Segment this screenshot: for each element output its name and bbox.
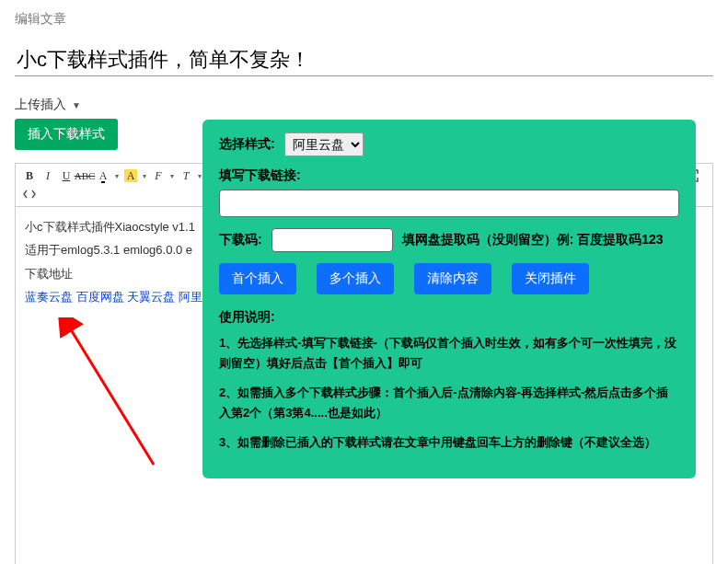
download-style-dialog: 选择样式: 阿里云盘 填写下载链接: 下载码: 填网盘提取码（没则留空）例: 百… xyxy=(202,120,696,478)
code-label: 下载码: xyxy=(219,232,262,248)
upload-label[interactable]: 上传插入 xyxy=(15,97,66,113)
font-family-icon[interactable]: F xyxy=(150,167,167,184)
instruction-line: 1、先选择样式-填写下载链接-（下载码仅首个插入时生效，如有多个可一次性填完，没… xyxy=(219,333,679,374)
underline-icon[interactable]: U xyxy=(58,167,75,184)
instructions-title: 使用说明: xyxy=(219,309,679,326)
code-hint: 填网盘提取码（没则留空）例: 百度提取码123 xyxy=(402,232,664,248)
first-insert-button[interactable]: 首个插入 xyxy=(219,263,296,294)
dropdown-icon[interactable]: ▾ xyxy=(113,167,121,184)
select-style-label: 选择样式: xyxy=(219,136,275,153)
instruction-line: 2、如需插入多个下载样式步骤：首个插入后-点清除内容-再选择样式-然后点击多个插… xyxy=(219,383,679,423)
font-color-icon[interactable]: A xyxy=(95,167,111,184)
instruction-line: 3、如需删除已插入的下载样式请在文章中用键盘回车上方的删除键（不建议全选） xyxy=(219,432,679,453)
link-label: 填写下载链接: xyxy=(219,167,301,184)
article-title-input[interactable] xyxy=(15,44,713,76)
bold-icon[interactable]: B xyxy=(21,167,38,184)
arrow-annotation-icon xyxy=(52,317,172,474)
multi-insert-button[interactable]: 多个插入 xyxy=(317,263,394,294)
bg-color-icon[interactable]: A xyxy=(122,167,139,184)
dropdown-icon[interactable]: ▾ xyxy=(168,167,176,184)
download-link-input[interactable] xyxy=(219,190,679,217)
strike-icon[interactable]: ABC xyxy=(76,167,93,184)
insert-style-button[interactable]: 插入下载样式 xyxy=(15,119,118,150)
page-title: 编辑文章 xyxy=(15,11,713,28)
italic-icon[interactable]: I xyxy=(40,167,56,184)
caret-down-icon[interactable]: ▼ xyxy=(72,100,81,110)
clear-content-button[interactable]: 清除内容 xyxy=(414,263,491,294)
dropdown-icon[interactable]: ▾ xyxy=(141,167,148,184)
font-size-icon[interactable]: T xyxy=(178,167,194,184)
download-code-input[interactable] xyxy=(272,228,393,252)
source-icon[interactable] xyxy=(21,186,38,202)
close-plugin-button[interactable]: 关闭插件 xyxy=(512,263,589,294)
style-select[interactable]: 阿里云盘 xyxy=(284,132,364,156)
svg-line-65 xyxy=(69,327,154,465)
